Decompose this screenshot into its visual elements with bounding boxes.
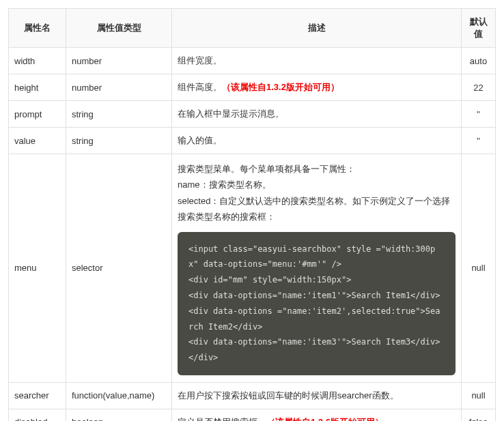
cell-desc: 组件宽度。	[172, 48, 462, 74]
desc-text: 搜索类型菜单。每个菜单项都具备一下属性： name：搜索类型名称。 select…	[178, 161, 456, 225]
cell-name: width	[9, 48, 66, 74]
desc-text: 在输入框中显示提示消息。	[178, 108, 284, 119]
table-row: disabled boolean 定义是否禁用搜索框。（该属性自1.3.6版开始…	[9, 409, 496, 421]
header-type: 属性值类型	[66, 9, 172, 48]
cell-name: prompt	[9, 101, 66, 128]
cell-desc: 输入的值。	[172, 128, 462, 154]
table-row: prompt string 在输入框中显示提示消息。 ''	[9, 101, 496, 128]
desc-text: 组件宽度。	[178, 55, 222, 66]
desc-text: 定义是否禁用搜索框。	[178, 417, 266, 421]
desc-text: 输入的值。	[178, 135, 222, 145]
cell-name: menu	[9, 154, 66, 383]
table-row: searcher function(value,name) 在用户按下搜索按钮或…	[9, 382, 496, 409]
desc-line: selected：自定义默认选中的搜索类型名称。如下示例定义了一个选择搜索类型名…	[178, 196, 450, 222]
cell-name: disabled	[9, 409, 66, 421]
desc-line: name：搜索类型名称。	[178, 179, 271, 190]
header-name: 属性名	[9, 9, 66, 48]
desc-text: 组件高度。	[178, 82, 222, 92]
cell-desc: 在输入框中显示提示消息。	[172, 101, 462, 128]
cell-def: ''	[462, 101, 496, 128]
header-desc: 描述	[172, 9, 462, 48]
header-def: 默认值	[462, 9, 496, 48]
cell-name: value	[9, 128, 66, 154]
table-row: height number 组件高度。（该属性自1.3.2版开始可用） 22	[9, 74, 496, 101]
cell-desc: 组件高度。（该属性自1.3.2版开始可用）	[172, 74, 462, 101]
cell-def: null	[462, 154, 496, 383]
properties-table: 属性名 属性值类型 描述 默认值 width number 组件宽度。 auto…	[8, 8, 496, 421]
cell-type: string	[66, 101, 172, 128]
cell-def: 22	[462, 74, 496, 101]
cell-name: searcher	[9, 382, 66, 409]
code-example: <input class="easyui-searchbox" style ="…	[178, 232, 456, 375]
cell-type: number	[66, 74, 172, 101]
cell-desc: 搜索类型菜单。每个菜单项都具备一下属性： name：搜索类型名称。 select…	[172, 154, 462, 383]
table-header-row: 属性名 属性值类型 描述 默认值	[9, 9, 496, 48]
table-row: value string 输入的值。 ''	[9, 128, 496, 154]
cell-type: boolean	[66, 409, 172, 421]
desc-line: 搜索类型菜单。每个菜单项都具备一下属性：	[178, 164, 355, 174]
cell-def: false	[462, 409, 496, 421]
cell-type: string	[66, 128, 172, 154]
cell-type: selector	[66, 154, 172, 383]
desc-text: 在用户按下搜索按钮或回车键的时候调用searcher函数。	[178, 390, 399, 401]
version-note: （该属性自1.3.6版开始可用）	[266, 417, 384, 421]
cell-def: ''	[462, 128, 496, 154]
version-note: （该属性自1.3.2版开始可用）	[222, 82, 339, 92]
cell-def: null	[462, 382, 496, 409]
cell-desc: 定义是否禁用搜索框。（该属性自1.3.6版开始可用）	[172, 409, 462, 421]
cell-desc: 在用户按下搜索按钮或回车键的时候调用searcher函数。	[172, 382, 462, 409]
cell-def: auto	[462, 48, 496, 74]
cell-type: function(value,name)	[66, 382, 172, 409]
table-row: width number 组件宽度。 auto	[9, 48, 496, 74]
table-row: menu selector 搜索类型菜单。每个菜单项都具备一下属性： name：…	[9, 154, 496, 383]
cell-name: height	[9, 74, 66, 101]
cell-type: number	[66, 48, 172, 74]
